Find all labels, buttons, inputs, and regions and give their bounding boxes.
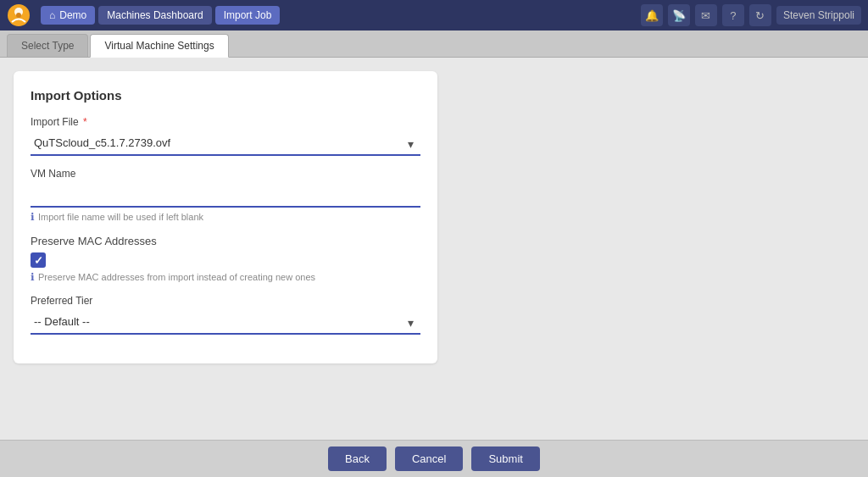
logo (7, 3, 31, 27)
vm-name-hint: ℹ Import file name will be used if left … (31, 211, 420, 223)
import-file-label: Import File * (31, 116, 420, 128)
nav-right-actions: 🔔 📡 ✉ ? ↻ Steven Strippoli (641, 4, 861, 26)
nav-machines-dashboard-button[interactable]: Machines Dashboard (98, 6, 211, 25)
tab-select-type[interactable]: Select Type (7, 34, 88, 57)
home-icon: ⌂ (49, 9, 55, 21)
import-file-select-wrapper: QuTScloud_c5.1.7.2739.ovf (31, 131, 420, 156)
preserve-mac-hint: ℹ Preserve MAC addresses from import ins… (31, 271, 420, 283)
rss-icon-button[interactable]: 📡 (668, 4, 690, 26)
import-file-select[interactable]: QuTScloud_c5.1.7.2739.ovf (31, 131, 420, 156)
nav-import-job-button[interactable]: Import Job (215, 6, 281, 25)
preserve-mac-group: Preserve MAC Addresses ℹ Preserve MAC ad… (31, 235, 420, 283)
user-name[interactable]: Steven Strippoli (776, 6, 861, 25)
vm-name-label: VM Name (31, 168, 420, 180)
info-icon: ℹ (31, 211, 35, 223)
preserve-mac-label: Preserve MAC Addresses (31, 235, 420, 247)
nav-demo-button[interactable]: ⌂ Demo (41, 6, 95, 25)
macstadium-logo-icon (7, 3, 31, 27)
vm-name-group: VM Name ℹ Import file name will be used … (31, 168, 420, 223)
preserve-mac-info-icon: ℹ (31, 271, 35, 283)
tabs-bar: Select Type Virtual Machine Settings (0, 31, 868, 58)
preferred-tier-select[interactable]: -- Default -- (31, 310, 420, 335)
preferred-tier-group: Preferred Tier -- Default -- (31, 295, 420, 335)
card-title: Import Options (31, 88, 420, 103)
preferred-tier-label: Preferred Tier (31, 295, 420, 307)
top-nav: ⌂ Demo Machines Dashboard Import Job 🔔 📡… (0, 0, 868, 31)
chat-icon-button[interactable]: ✉ (695, 4, 717, 26)
preferred-tier-select-wrapper: -- Default -- (31, 310, 420, 335)
bottom-bar: Back Cancel Submit (0, 440, 868, 477)
vm-name-input[interactable] (31, 183, 420, 208)
help-icon-button[interactable]: ? (722, 4, 744, 26)
svg-point-2 (16, 13, 21, 18)
bell-icon-button[interactable]: 🔔 (641, 4, 663, 26)
import-options-card: Import Options Import File * QuTScloud_c… (14, 71, 437, 363)
preserve-mac-checkbox[interactable] (31, 252, 46, 268)
refresh-icon-button[interactable]: ↻ (749, 4, 771, 26)
back-button[interactable]: Back (328, 446, 387, 471)
required-marker: * (83, 116, 87, 128)
import-file-group: Import File * QuTScloud_c5.1.7.2739.ovf (31, 116, 420, 156)
cancel-button[interactable]: Cancel (395, 446, 463, 471)
tab-virtual-machine-settings[interactable]: Virtual Machine Settings (90, 34, 228, 58)
preserve-mac-checkbox-wrapper (31, 252, 420, 268)
main-content: Import Options Import File * QuTScloud_c… (0, 58, 868, 440)
submit-button[interactable]: Submit (471, 446, 539, 471)
